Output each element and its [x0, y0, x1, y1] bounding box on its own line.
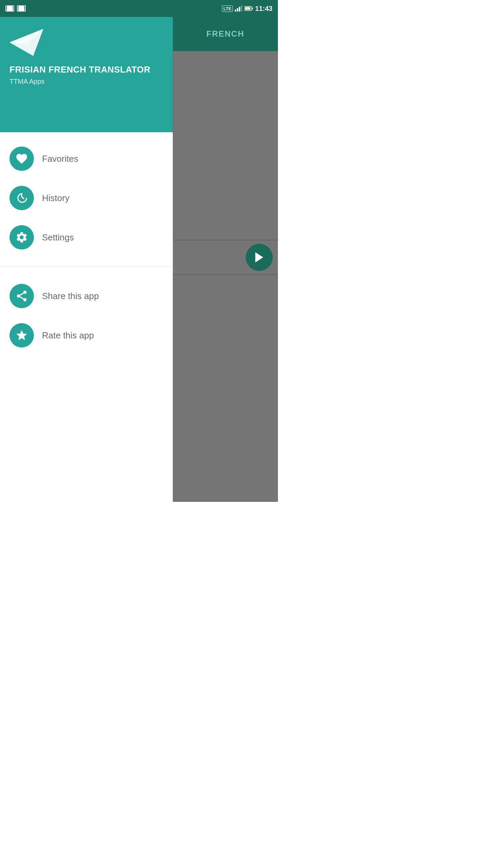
- menu-item-settings[interactable]: Settings: [0, 218, 173, 257]
- menu-item-rate[interactable]: Rate this app: [0, 316, 173, 355]
- app-logo: [9, 27, 43, 58]
- settings-label: Settings: [42, 232, 74, 243]
- svg-rect-4: [235, 9, 236, 12]
- secondary-menu: Share this app Rate this app: [0, 270, 173, 362]
- app-subtitle: TTMA Apps: [9, 78, 163, 85]
- gear-icon: [15, 231, 28, 244]
- svg-rect-5: [237, 8, 238, 12]
- notification-icon-1: [5, 5, 14, 12]
- favorites-label: Favorites: [42, 154, 78, 164]
- drawer-header: FRISIAN FRENCH TRANSLATOR TTMA Apps: [0, 17, 173, 132]
- lte-indicator: LTE: [222, 5, 233, 12]
- right-panel-header: FRENCH: [173, 17, 278, 51]
- history-icon-circle: [9, 186, 34, 210]
- source-text-area: [173, 51, 278, 240]
- svg-point-17: [23, 298, 27, 301]
- share-icon: [15, 290, 28, 302]
- rate-label: Rate this app: [42, 330, 94, 341]
- notification-icons: [5, 5, 26, 12]
- menu-item-history[interactable]: History: [0, 178, 173, 218]
- battery-icon: ⚡: [244, 6, 253, 11]
- svg-line-18: [20, 297, 24, 299]
- svg-rect-7: [241, 5, 242, 12]
- app-title: FRISIAN FRENCH TRANSLATOR: [9, 64, 163, 75]
- share-icon-circle: [9, 284, 34, 308]
- status-bar: LTE ⚡ 11:43: [0, 0, 278, 17]
- svg-rect-9: [252, 7, 253, 9]
- svg-line-19: [20, 293, 24, 295]
- svg-point-16: [17, 294, 20, 298]
- svg-point-15: [23, 291, 27, 294]
- french-label: FRENCH: [206, 29, 244, 39]
- clock-icon: [15, 192, 28, 204]
- right-panel-content: [173, 51, 278, 502]
- svg-text:⚡: ⚡: [246, 7, 250, 11]
- menu-divider: [0, 267, 173, 267]
- navigation-drawer: FRISIAN FRENCH TRANSLATOR TTMA Apps Favo…: [0, 17, 173, 502]
- star-icon: [15, 329, 28, 342]
- heart-icon: [15, 152, 28, 165]
- main-container: FRISIAN FRENCH TRANSLATOR TTMA Apps Favo…: [0, 17, 278, 502]
- signal-icon: [235, 5, 242, 12]
- right-panel: FRENCH: [173, 17, 278, 502]
- translated-text-area: [173, 275, 278, 502]
- send-icon: [252, 251, 266, 264]
- clock: 11:43: [255, 5, 272, 13]
- notification-icon-2: [17, 5, 26, 12]
- svg-rect-1: [7, 7, 13, 11]
- menu-item-favorites[interactable]: Favorites: [0, 139, 173, 178]
- share-label: Share this app: [42, 291, 99, 301]
- favorites-icon-circle: [9, 146, 34, 171]
- menu-item-share[interactable]: Share this app: [0, 276, 173, 316]
- primary-menu: Favorites History Set: [0, 132, 173, 264]
- svg-rect-3: [18, 7, 24, 11]
- status-right: LTE ⚡ 11:43: [222, 5, 272, 13]
- translate-button[interactable]: [246, 244, 273, 271]
- svg-marker-20: [255, 252, 263, 262]
- translate-btn-row: [173, 240, 278, 275]
- rate-icon-circle: [9, 323, 34, 348]
- settings-icon-circle: [9, 225, 34, 250]
- history-label: History: [42, 193, 69, 203]
- svg-rect-6: [239, 7, 240, 12]
